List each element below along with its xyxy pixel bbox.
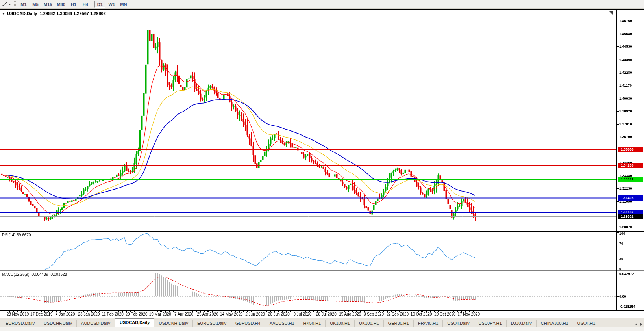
tab-eurusd-daily[interactable]: EURUSD,Daily <box>1 320 39 327</box>
date-label: 29 Feb 2020 <box>125 312 147 316</box>
tab-usdchf-daily[interactable]: USDCHF,Daily <box>39 320 77 327</box>
rsi-axis-tick: 30 <box>619 257 623 261</box>
timeframe-buttons: M1M5M15M30H1H4D1W1MN <box>18 1 130 8</box>
price-axis-tick: 1.43390 <box>619 58 632 62</box>
toolbar-grip <box>14 1 16 7</box>
date-label: 2 Jun 2020 <box>245 312 265 316</box>
scroll-to-end-icon[interactable] <box>609 11 613 15</box>
chart-canvas[interactable] <box>0 0 644 331</box>
tab-usoil-h1[interactable]: USOil,H1 <box>573 320 600 327</box>
chart-symbol: USDCAD,Daily <box>7 11 37 16</box>
price-badge-1-35606: 1.35606 <box>618 147 643 152</box>
macd-axis-tick: 0.032972 <box>619 272 634 276</box>
timeframe-button-m30[interactable]: M30 <box>55 1 67 8</box>
cursor-dropdown-icon[interactable] <box>9 4 11 5</box>
price-badge-1-29802: 1.29802 <box>618 214 643 219</box>
tab-usoil-daily[interactable]: USOil,Daily <box>443 320 474 327</box>
date-label: 3 Sep 2020 <box>364 312 384 316</box>
rsi-label: RSI(14) 39.6670 <box>2 233 31 237</box>
tab-hk50-h1[interactable]: HK50,H1 <box>299 320 326 327</box>
tab-ger30-h1[interactable]: GER30,H1 <box>384 320 414 327</box>
date-label: 29 Oct 2020 <box>434 312 455 316</box>
tab-xauusd-h1[interactable]: XAUUSD,H1 <box>265 320 299 327</box>
tab-uk100-h1[interactable]: UK100,H1 <box>355 320 384 327</box>
toolbar-separator <box>131 1 131 7</box>
date-label: 28 Jul 2020 <box>316 312 337 316</box>
date-label: 20 Jun 2020 <box>268 312 290 316</box>
timeframe-button-m5[interactable]: M5 <box>30 1 41 8</box>
timeframe-button-w1[interactable]: W1 <box>106 1 117 8</box>
tab-fra40-h1[interactable]: FRA40,H1 <box>414 320 443 327</box>
rsi-axis-tick: 0 <box>619 267 621 271</box>
chart-ohlc-values: 1.29582 1.30086 1.29567 1.29802 <box>40 11 106 16</box>
tab-uk100-h1[interactable]: UK100,H1 <box>326 320 355 327</box>
timeframe-button-d1[interactable]: D1 <box>94 1 105 8</box>
chart-title: USDCAD,Daily 1.29582 1.30086 1.29567 1.2… <box>2 11 106 16</box>
price-axis-tick: 1.28870 <box>619 225 632 229</box>
price-axis-tick: 1.44530 <box>619 45 632 48</box>
tab-usdcnh-daily[interactable]: USDCNH,Daily <box>154 320 193 327</box>
price-axis-tick: 1.32230 <box>619 186 632 190</box>
tab-china300-h1[interactable]: CHINA300,H1 <box>537 320 573 327</box>
date-label: 11 Feb 2020 <box>102 312 123 316</box>
price-axis-tick: 1.46750 <box>619 19 632 23</box>
date-label: 17 Dec 2019 <box>30 312 53 316</box>
date-label: 28 Nov 2019 <box>7 312 29 316</box>
symbol-tabs: EURUSD,DailyUSDCHF,DailyAUDUSD,DailyUSDC… <box>1 318 600 327</box>
timeframe-button-h1[interactable]: H1 <box>68 1 79 8</box>
price-badge-1-31405: 1.31405 <box>618 195 643 201</box>
tab-usdjpy-h1[interactable]: USDJPY,H1 <box>474 320 507 327</box>
date-label: 17 Nov 2020 <box>457 312 480 316</box>
price-axis-tick: 1.38920 <box>619 109 632 113</box>
timeframe-button-m15[interactable]: M15 <box>42 1 54 8</box>
tab-scroll-controls <box>635 323 642 326</box>
tab-scroll-left-icon[interactable] <box>635 323 637 326</box>
price-badge-1-34206: 1.34206 <box>618 163 643 168</box>
tab-dj30-daily[interactable]: DJ30,Daily <box>507 320 537 327</box>
tab-usdcad-daily[interactable]: USDCAD,Daily <box>115 318 154 327</box>
macd-axis-tick: 0.00 <box>619 294 626 298</box>
tab-gbpusd-h4[interactable]: GBPUSD,H4 <box>231 320 265 327</box>
date-label: 14 May 2020 <box>220 312 243 316</box>
timeframe-button-h4[interactable]: H4 <box>80 1 91 8</box>
date-label: 23 Jan 2020 <box>78 312 100 316</box>
timeframe-button-m1[interactable]: M1 <box>18 1 29 8</box>
rsi-axis-tick: 70 <box>619 242 623 245</box>
date-label: 9 Jul 2020 <box>294 312 312 316</box>
date-label: 25 Apr 2020 <box>197 312 218 316</box>
macd-label: MACD(12,26,9) -0.004489 -0.003528 <box>2 272 67 277</box>
date-label: 19 Mar 2020 <box>149 312 171 316</box>
date-label: 7 Apr 2020 <box>174 312 193 316</box>
date-label: 22 Sep 2020 <box>386 312 409 316</box>
timeframe-button-mn[interactable]: MN <box>118 1 129 8</box>
price-axis-tick: 1.45640 <box>619 32 632 36</box>
date-label: 10 Oct 2020 <box>411 312 432 316</box>
window-bottom-strip <box>0 327 644 331</box>
date-label: 15 Aug 2020 <box>339 312 361 316</box>
tab-scroll-right-icon[interactable] <box>640 323 642 326</box>
date-label: 4 Jan 2020 <box>56 312 75 316</box>
trading-platform-window: M1M5M15M30H1H4D1W1MN USDCAD,Daily 1.2958… <box>0 0 644 331</box>
chart-collapse-icon[interactable] <box>2 13 5 15</box>
symbol-tab-bar: EURUSD,DailyUSDCHF,DailyAUDUSD,DailyUSDC… <box>0 318 644 327</box>
price-axis-tick: 1.41170 <box>619 84 632 87</box>
timeframe-toolbar: M1M5M15M30H1H4D1W1MN <box>0 0 644 9</box>
price-badge-1-33011: 1.33011 <box>618 177 643 182</box>
price-axis-tick: 1.37810 <box>619 122 632 126</box>
price-axis-tick: 1.42280 <box>619 71 632 74</box>
tab-audusd-daily[interactable]: AUDUSD,Daily <box>77 320 115 327</box>
rsi-axis-tick: 100 <box>619 232 625 236</box>
price-axis-tick: 1.40030 <box>619 97 632 100</box>
crosshair-cursor-icon[interactable] <box>1 1 7 7</box>
tab-eurusd-daily[interactable]: EURUSD,Daily <box>193 320 231 327</box>
toolbar-separator <box>93 1 93 7</box>
macd-axis-tick: -0.018154 <box>619 305 635 309</box>
price-axis-tick: 1.36700 <box>619 135 632 139</box>
